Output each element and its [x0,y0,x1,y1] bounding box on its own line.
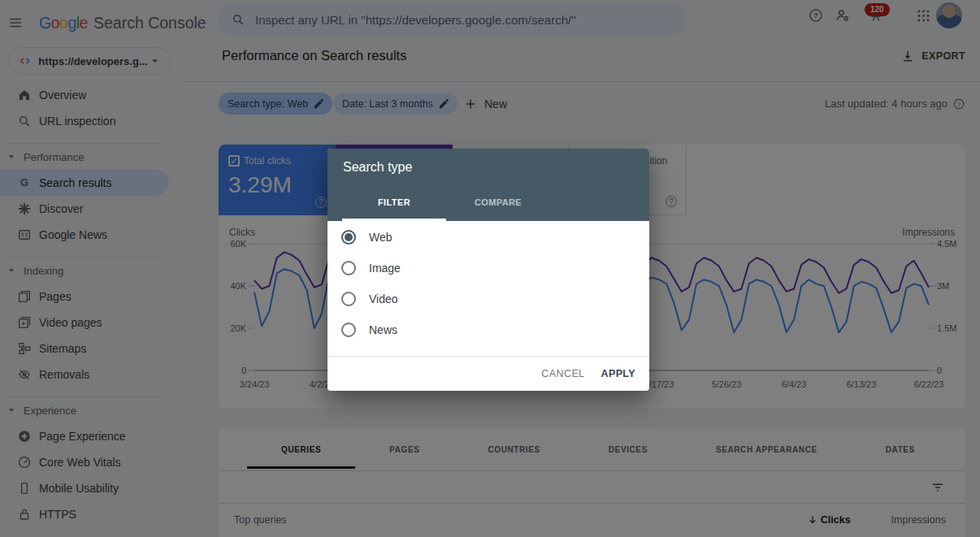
dialog-title: Search type [343,160,412,175]
radio-label: Web [369,231,392,244]
cancel-button[interactable]: CANCEL [541,368,584,379]
radio-icon [341,292,356,306]
radio-option-web[interactable]: Web [327,222,649,253]
radio-icon [341,261,356,275]
radio-label: Video [369,292,398,305]
search-type-dialog: Search type FILTER COMPARE Web Image Vid… [327,149,649,391]
radio-option-news[interactable]: News [327,314,649,345]
page-root: Google Search Console ? 120 https://deve… [0,0,980,537]
radio-label: News [369,323,397,336]
radio-label: Image [369,262,401,275]
dialog-footer: CANCEL APPLY [327,356,649,391]
dialog-body: Web Image Video News [327,221,649,345]
radio-icon [341,323,356,337]
radio-option-image[interactable]: Image [327,253,649,284]
apply-button[interactable]: APPLY [601,368,635,379]
dialog-tabs: FILTER COMPARE [342,184,550,221]
radio-option-video[interactable]: Video [327,284,649,314]
tab-filter[interactable]: FILTER [342,184,446,221]
radio-icon [341,230,356,245]
dialog-header: Search type FILTER COMPARE [327,149,649,221]
tab-compare[interactable]: COMPARE [446,184,550,221]
